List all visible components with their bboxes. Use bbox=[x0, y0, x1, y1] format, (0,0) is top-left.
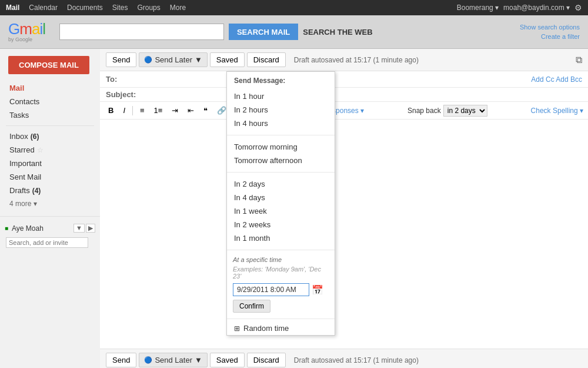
sidebar-item-important[interactable]: Important bbox=[0, 157, 100, 170]
dropdown-item-1month[interactable]: In 1 month bbox=[227, 231, 335, 245]
send-later-button-bottom[interactable]: 🔵 Send Later ▼ bbox=[139, 353, 207, 367]
subject-input[interactable] bbox=[141, 90, 582, 99]
subject-row: Subject: bbox=[100, 88, 588, 102]
draft-status-top: Draft autosaved at 15:17 (1 minute ago) bbox=[294, 56, 419, 64]
gmail-logo: Gmail by Google bbox=[8, 21, 45, 42]
send-later-arrow-bottom: ▼ bbox=[195, 356, 202, 364]
starred-label: Starred bbox=[9, 145, 35, 154]
send-button-bottom[interactable]: Send bbox=[106, 353, 136, 367]
boomerang-user[interactable]: Boomerang ▾ bbox=[457, 4, 499, 12]
topbar-calendar[interactable]: Calendar bbox=[29, 4, 58, 12]
discard-button-top[interactable]: Discard bbox=[247, 52, 286, 67]
search-contact-input[interactable] bbox=[6, 237, 88, 248]
sidebar-item-inbox[interactable]: Inbox (6) bbox=[0, 130, 100, 143]
sidebar-item-tasks[interactable]: Tasks bbox=[0, 108, 100, 122]
sidebar-divider bbox=[6, 125, 94, 126]
datetime-input[interactable] bbox=[233, 283, 309, 296]
random-time-item[interactable]: ⊞ Random time bbox=[227, 321, 335, 335]
bold-button[interactable]: B bbox=[105, 104, 117, 117]
indent-button[interactable]: ⇥ bbox=[168, 104, 182, 117]
list-unordered-button[interactable]: ≡ bbox=[136, 104, 148, 117]
dropdown-item-tomorrow-afternoon[interactable]: Tomorrow afternoon bbox=[227, 154, 335, 167]
search-web-button[interactable]: SEARCH THE WEB bbox=[303, 28, 372, 37]
discard-button-bottom[interactable]: Discard bbox=[247, 353, 286, 367]
check-spelling-button[interactable]: Check Spelling ▾ bbox=[531, 107, 583, 115]
draft-status-bottom: Draft autosaved at 15:17 (1 minute ago) bbox=[294, 356, 419, 364]
dropdown-item-2weeks[interactable]: In 2 weeks bbox=[227, 218, 335, 231]
gear-icon[interactable]: ⚙ bbox=[574, 3, 582, 12]
dropdown-item-4hours[interactable]: In 4 hours bbox=[227, 117, 335, 130]
sidebar-item-mail[interactable]: Mail bbox=[0, 81, 100, 95]
calendar-icon[interactable]: 📅 bbox=[312, 284, 323, 296]
contact-actions: ▼ ▶ bbox=[74, 224, 95, 233]
dropdown-header: Send Message: bbox=[227, 72, 335, 87]
saved-button-top[interactable]: Saved bbox=[210, 52, 245, 67]
snap-back-label: Snap back bbox=[407, 107, 441, 115]
subject-label: Subject: bbox=[106, 90, 141, 99]
search-options: Show search options Create a filter bbox=[520, 22, 580, 42]
topbar-mail[interactable]: Mail bbox=[6, 4, 19, 12]
send-later-button-top[interactable]: 🔵 Send Later ▼ bbox=[139, 52, 207, 67]
list-ordered-button[interactable]: 1≡ bbox=[151, 104, 166, 117]
content-area: Send 🔵 Send Later ▼ Saved Discard Draft … bbox=[100, 49, 588, 368]
format-toolbar: B I ≡ 1≡ ⇥ ⇤ ❝ 🔗 ◀═ ═◉═ T Canned respons… bbox=[100, 102, 588, 120]
boomerang-icon: 🔵 bbox=[144, 56, 152, 64]
send-later-arrow-top: ▼ bbox=[195, 55, 202, 64]
datetime-input-row: 📅 bbox=[233, 283, 329, 296]
snap-back-dropdown[interactable]: in 2 days bbox=[443, 105, 487, 117]
boomerang-icon-bottom: 🔵 bbox=[144, 356, 152, 364]
drafts-badge: (4) bbox=[32, 187, 41, 195]
sidebar-nav-section: Mail Contacts Tasks bbox=[0, 81, 100, 122]
sent-label: Sent Mail bbox=[9, 173, 41, 181]
search-mail-button[interactable]: SEARCH MAIL bbox=[229, 24, 298, 40]
topbar-more[interactable]: More bbox=[170, 4, 186, 12]
show-search-options-link[interactable]: Show search options bbox=[520, 22, 580, 32]
more-link[interactable]: 4 more ▾ bbox=[0, 197, 100, 210]
topbar-sites[interactable]: Sites bbox=[112, 4, 128, 12]
random-time-label: Random time bbox=[243, 324, 289, 333]
sidebar: COMPOSE MAIL Mail Contacts Tasks Inbox (… bbox=[0, 49, 100, 368]
contact-action-more[interactable]: ▶ bbox=[86, 224, 95, 233]
inbox-label: Inbox bbox=[9, 132, 28, 141]
expand-icon[interactable]: ⧉ bbox=[576, 55, 582, 65]
create-filter-link[interactable]: Create a filter bbox=[520, 32, 580, 42]
contact-status-icon: ■ bbox=[5, 225, 8, 231]
quote-button[interactable]: ❝ bbox=[200, 104, 211, 117]
snap-back-container: Snap back in 2 days bbox=[407, 105, 487, 117]
cc-bcc-links[interactable]: Add Cc Add Bcc bbox=[531, 75, 582, 84]
star-icon: ☆ bbox=[37, 146, 44, 154]
send-button-top[interactable]: Send bbox=[106, 52, 136, 67]
important-label: Important bbox=[9, 159, 42, 168]
outdent-button[interactable]: ⇤ bbox=[184, 104, 198, 117]
sidebar-item-sent[interactable]: Sent Mail bbox=[0, 170, 100, 184]
confirm-button[interactable]: Confirm bbox=[233, 300, 270, 313]
specific-time-section: At a specific time Examples: 'Monday 9am… bbox=[227, 253, 335, 316]
topbar-documents[interactable]: Documents bbox=[67, 4, 103, 12]
sidebar-item-drafts[interactable]: Drafts (4) bbox=[0, 184, 100, 197]
compose-mail-button[interactable]: COMPOSE MAIL bbox=[8, 56, 89, 74]
contact-action-dropdown[interactable]: ▼ bbox=[74, 224, 85, 233]
send-later-label-top: Send Later bbox=[155, 55, 192, 64]
dropdown-divider-2 bbox=[227, 172, 335, 173]
to-field: To: Add Cc Add Bcc bbox=[100, 71, 588, 88]
search-input[interactable] bbox=[59, 24, 224, 40]
user-email[interactable]: moah@baydin.com ▾ bbox=[503, 4, 570, 12]
dropdown-item-2hours[interactable]: In 2 hours bbox=[227, 103, 335, 117]
topbar-groups[interactable]: Groups bbox=[137, 4, 160, 12]
contact-item: ■ Aye Moah ▼ ▶ bbox=[0, 221, 100, 235]
dropdown-item-1week[interactable]: In 1 week bbox=[227, 204, 335, 218]
compose-body[interactable] bbox=[100, 120, 588, 349]
format-separator-1 bbox=[132, 106, 133, 115]
dropdown-item-4days[interactable]: In 4 days bbox=[227, 191, 335, 204]
sidebar-item-starred[interactable]: Starred ☆ bbox=[0, 143, 100, 157]
italic-button[interactable]: I bbox=[119, 104, 129, 117]
sidebar-item-contacts[interactable]: Contacts bbox=[0, 95, 100, 108]
dropdown-item-tomorrow-morning[interactable]: Tomorrow morning bbox=[227, 140, 335, 154]
dropdown-divider-4 bbox=[227, 319, 335, 319]
dropdown-item-1hour[interactable]: In 1 hour bbox=[227, 89, 335, 103]
top-bar: Mail Calendar Documents Sites Groups Mor… bbox=[0, 0, 588, 15]
saved-button-bottom[interactable]: Saved bbox=[210, 353, 245, 367]
search-area: Gmail by Google SEARCH MAIL SEARCH THE W… bbox=[0, 15, 588, 49]
contact-name[interactable]: Aye Moah bbox=[12, 224, 44, 233]
dropdown-item-2days[interactable]: In 2 days bbox=[227, 177, 335, 191]
